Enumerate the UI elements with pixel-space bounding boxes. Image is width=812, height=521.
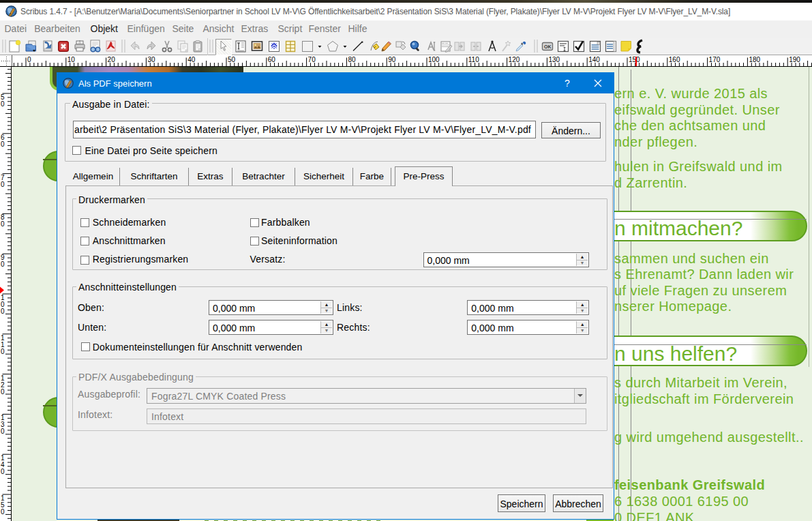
svg-text:50: 50	[228, 56, 236, 63]
svg-text:0: 0	[1, 140, 5, 148]
svg-text:90: 90	[388, 56, 396, 63]
svg-text:0: 0	[1, 260, 5, 268]
svg-text:160: 160	[669, 56, 680, 63]
svg-text:10: 10	[67, 56, 76, 63]
svg-text:40: 40	[187, 56, 196, 63]
svg-text:0: 0	[1, 468, 5, 475]
svg-text:0: 0	[1, 428, 5, 435]
svg-text:70: 70	[308, 56, 316, 63]
svg-text:170: 170	[709, 56, 721, 63]
svg-text:190: 190	[789, 56, 800, 63]
svg-text:20: 20	[108, 56, 116, 63]
svg-text:0: 0	[1, 100, 5, 108]
svg-text:130: 130	[548, 56, 560, 63]
svg-text:0: 0	[1, 508, 5, 516]
svg-text:150: 150	[629, 56, 640, 63]
svg-text:0: 0	[27, 56, 31, 63]
svg-text:0: 0	[1, 388, 5, 396]
svg-text:80: 80	[348, 56, 356, 63]
svg-text:0: 0	[1, 308, 5, 315]
svg-text:120: 120	[509, 56, 520, 63]
svg-text:60: 60	[268, 56, 276, 63]
svg-text:OK: OK	[544, 44, 552, 49]
svg-text:30: 30	[147, 56, 155, 63]
svg-text:0: 0	[1, 181, 5, 188]
svg-text:110: 110	[468, 56, 479, 63]
svg-text:180: 180	[749, 56, 760, 63]
svg-text:0: 0	[1, 348, 5, 355]
svg-text:140: 140	[588, 56, 600, 63]
svg-text:100: 100	[428, 56, 440, 63]
svg-text:0: 0	[1, 220, 5, 228]
